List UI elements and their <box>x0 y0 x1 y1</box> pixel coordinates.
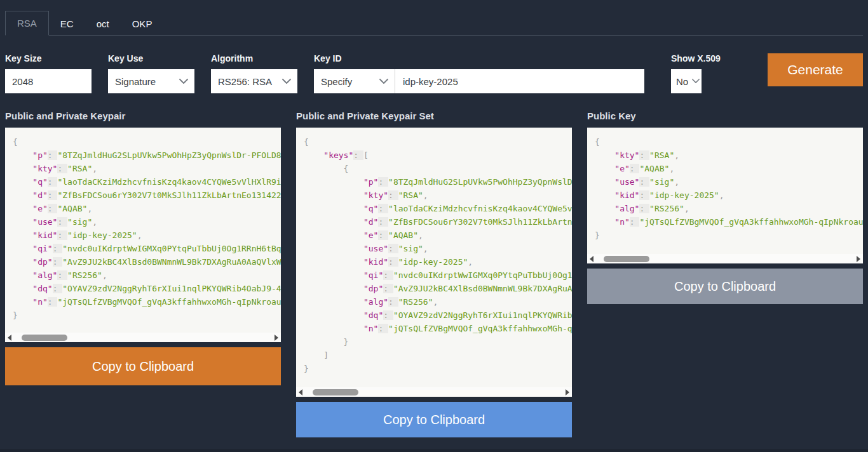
key-use-field: Key Use Signature <box>108 53 194 93</box>
tab-bar: RSA EC oct OKP <box>5 0 863 36</box>
scrollbar-left-arrow-icon[interactable] <box>5 333 14 342</box>
copy-to-clipboard-button[interactable]: Copy to Clipboard <box>5 347 281 385</box>
show-x509-select[interactable]: No <box>671 69 702 93</box>
copy-to-clipboard-button[interactable]: Copy to Clipboard <box>587 269 863 304</box>
key-id-group: Specify <box>314 69 644 93</box>
chevron-down-icon <box>179 79 188 84</box>
algorithm-select[interactable]: RS256: RSA <box>211 69 297 93</box>
generate-button[interactable]: Generate <box>768 53 863 86</box>
generator-form: Key Size Key Use Signature Algorithm RS2… <box>5 53 863 93</box>
scrollbar-right-arrow-icon[interactable] <box>854 254 863 263</box>
panel-title: Public and Private Keypair <box>5 110 281 121</box>
key-panel: Public and Private Keypair Set{ "keys": … <box>296 110 572 437</box>
scrollbar-thumb[interactable] <box>604 256 649 262</box>
key-id-label: Key ID <box>314 53 644 63</box>
key-json-text: { "keys": [ { "p": "8TZqJmldHuG2SLpUVkw5… <box>296 128 572 387</box>
scrollbar-left-arrow-icon[interactable] <box>587 254 596 263</box>
key-panel: Public and Private Keypair{ "p": "8TZqJm… <box>5 110 281 437</box>
panels-row: Public and Private Keypair{ "p": "8TZqJm… <box>5 110 863 437</box>
key-size-input[interactable] <box>5 69 92 93</box>
tab-okp[interactable]: OKP <box>121 12 164 36</box>
tab-rsa[interactable]: RSA <box>5 11 49 36</box>
tab-oct[interactable]: oct <box>85 12 121 36</box>
key-size-label: Key Size <box>5 53 92 63</box>
key-id-input[interactable] <box>395 69 644 93</box>
scrollbar-left-arrow-icon[interactable] <box>296 387 305 397</box>
key-id-mode-select[interactable]: Specify <box>314 69 395 93</box>
show-x509-selected-value: No <box>676 76 688 87</box>
scrollbar-track[interactable] <box>596 254 854 263</box>
key-id-mode-value: Specify <box>321 76 352 87</box>
key-use-select[interactable]: Signature <box>108 69 194 93</box>
scrollbar-thumb[interactable] <box>22 335 67 341</box>
key-json-text: { "p": "8TZqJmldHuG2SLpUVkw5PwOhHpZ3yQpn… <box>5 128 281 333</box>
key-use-selected-value: Signature <box>115 76 156 87</box>
bottom-edge-strip <box>0 449 868 452</box>
horizontal-scrollbar[interactable] <box>296 387 572 397</box>
show-x509-label: Show X.509 <box>671 53 721 63</box>
key-id-field: Key ID Specify <box>314 53 644 93</box>
key-json-view[interactable]: { "kty": "RSA", "e": "AQAB", "use": "sig… <box>587 128 863 263</box>
key-size-field: Key Size <box>5 53 92 93</box>
key-json-view[interactable]: { "p": "8TZqJmldHuG2SLpUVkw5PwOhHpZ3yQpn… <box>5 128 281 342</box>
show-x509-field: Show X.509 No <box>671 53 721 93</box>
panel-title: Public Key <box>587 110 863 121</box>
tab-ec[interactable]: EC <box>49 12 85 36</box>
key-panel: Public Key{ "kty": "RSA", "e": "AQAB", "… <box>587 110 863 437</box>
scrollbar-track[interactable] <box>305 387 563 397</box>
scrollbar-track[interactable] <box>14 333 272 342</box>
chevron-down-icon <box>282 79 291 84</box>
horizontal-scrollbar[interactable] <box>587 254 863 263</box>
scrollbar-right-arrow-icon[interactable] <box>563 387 572 397</box>
key-json-text: { "kty": "RSA", "e": "AQAB", "use": "sig… <box>587 128 863 254</box>
algorithm-selected-value: RS256: RSA <box>218 76 272 87</box>
algorithm-label: Algorithm <box>211 53 297 63</box>
scrollbar-right-arrow-icon[interactable] <box>272 333 281 342</box>
panel-title: Public and Private Keypair Set <box>296 110 572 121</box>
key-use-label: Key Use <box>108 53 194 63</box>
algorithm-field: Algorithm RS256: RSA <box>211 53 297 93</box>
chevron-down-icon <box>379 79 388 84</box>
copy-to-clipboard-button[interactable]: Copy to Clipboard <box>296 402 572 437</box>
horizontal-scrollbar[interactable] <box>5 333 281 342</box>
scrollbar-thumb[interactable] <box>313 389 358 396</box>
key-json-view[interactable]: { "keys": [ { "p": "8TZqJmldHuG2SLpUVkw5… <box>296 128 572 397</box>
chevron-down-icon <box>692 79 700 84</box>
